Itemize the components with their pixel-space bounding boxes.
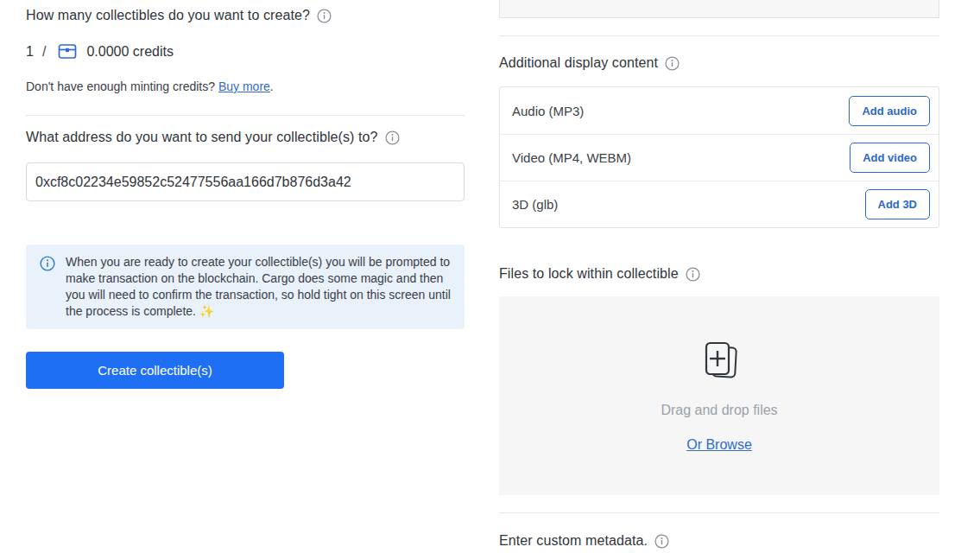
table-row-audio: Audio (MP3) Add audio — [500, 87, 939, 134]
create-collectibles-button[interactable]: Create collectible(s) — [26, 352, 284, 389]
info-icon[interactable] — [385, 130, 400, 145]
chest-icon — [58, 43, 77, 60]
quantity-row: 1 / 0.0000 credits — [26, 43, 174, 60]
info-alert: When you are ready to create your collec… — [26, 245, 465, 329]
additional-display-heading-label: Additional display content — [499, 55, 658, 71]
quantity-separator: / — [42, 44, 46, 60]
audio-row-label: Audio (MP3) — [512, 104, 584, 118]
info-alert-text: When you are ready to create your collec… — [66, 254, 451, 320]
address-question-label: What address do you want to send your co… — [26, 130, 378, 145]
buy-more-link[interactable]: Buy more — [218, 79, 270, 93]
video-row-label: Video (MP4, WEBM) — [512, 150, 631, 165]
right-divider-top — [499, 35, 939, 36]
3d-row-label: 3D (glb) — [512, 197, 558, 212]
quantity-question: How many collectibles do you want to cre… — [26, 8, 332, 23]
info-icon[interactable] — [654, 534, 669, 549]
custom-metadata-heading: Enter custom metadata. — [499, 533, 669, 549]
add-3d-button[interactable]: Add 3D — [865, 189, 931, 219]
add-audio-button[interactable]: Add audio — [849, 96, 930, 126]
info-icon[interactable] — [686, 267, 700, 282]
info-icon[interactable] — [665, 56, 680, 71]
cropped-field-bottom — [499, 0, 939, 18]
credits-help-row: Don't have enough minting credits? Buy m… — [26, 79, 274, 93]
quantity-value[interactable]: 1 — [26, 44, 35, 60]
add-video-button[interactable]: Add video — [850, 143, 930, 173]
address-question: What address do you want to send your co… — [26, 130, 400, 145]
left-divider — [26, 115, 465, 116]
files-lock-heading: Files to lock within collectible — [499, 266, 700, 282]
table-row-3d: 3D (glb) Add 3D — [500, 181, 939, 227]
custom-metadata-heading-label: Enter custom metadata. — [499, 533, 648, 549]
right-divider-bottom — [499, 512, 939, 513]
table-row-video: Video (MP4, WEBM) Add video — [500, 134, 939, 181]
dropzone-hint-text: Drag and drop files — [661, 403, 777, 418]
info-circle-icon — [40, 256, 55, 320]
browse-files-link[interactable]: Or Browse — [686, 437, 752, 452]
info-icon[interactable] — [317, 9, 332, 23]
file-dropzone[interactable]: Drag and drop files Or Browse — [499, 296, 939, 495]
recipient-address-input[interactable] — [26, 162, 465, 201]
additional-display-heading: Additional display content — [499, 55, 680, 71]
add-files-icon — [699, 339, 740, 384]
credits-help-suffix: . — [270, 79, 274, 93]
credits-amount: 0.0000 credits — [86, 44, 174, 60]
files-lock-heading-label: Files to lock within collectible — [499, 266, 679, 282]
credits-help-text: Don't have enough minting credits? — [26, 79, 218, 93]
additional-display-table: Audio (MP3) Add audio Video (MP4, WEBM) … — [499, 86, 939, 228]
quantity-question-label: How many collectibles do you want to cre… — [26, 8, 310, 23]
